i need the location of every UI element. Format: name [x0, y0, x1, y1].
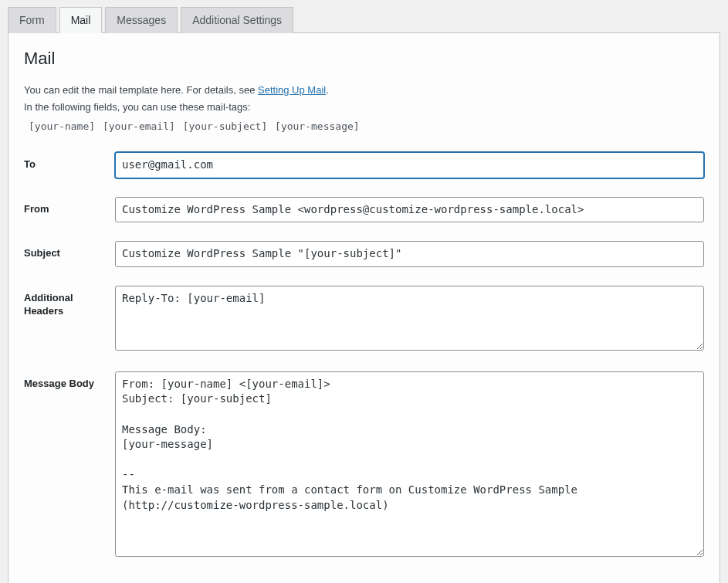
field-row-to: To: [24, 152, 704, 178]
label-message-body: Message Body: [24, 371, 115, 391]
field-row-subject: Subject: [24, 241, 704, 267]
panel-heading: Mail: [24, 49, 704, 69]
label-from: From: [24, 197, 115, 216]
additional-headers-textarea[interactable]: Reply-To: [your-email]: [115, 286, 704, 351]
field-row-from: From: [24, 197, 704, 223]
from-input[interactable]: [115, 197, 704, 223]
intro-prefix: You can edit the mail template here. For…: [24, 84, 258, 96]
tab-additional-settings[interactable]: Additional Settings: [181, 7, 293, 33]
intro-suffix: .: [326, 84, 329, 96]
tab-messages[interactable]: Messages: [105, 7, 178, 33]
intro-line-1: You can edit the mail template here. For…: [24, 83, 704, 98]
mail-config-tabs: Form Mail Messages Additional Settings: [0, 0, 728, 32]
field-row-message-body: Message Body From: [your-name] <[your-em…: [24, 371, 704, 559]
message-body-textarea[interactable]: From: [your-name] <[your-email]> Subject…: [115, 371, 704, 557]
mail-tags: [your-name] [your-email] [your-subject] …: [24, 116, 704, 137]
label-subject: Subject: [24, 241, 115, 260]
label-to: To: [24, 152, 115, 171]
mail-panel: Mail You can edit the mail template here…: [8, 32, 720, 583]
to-input[interactable]: [115, 152, 704, 178]
subject-input[interactable]: [115, 241, 704, 267]
tab-form[interactable]: Form: [8, 7, 56, 33]
label-additional-headers: Additional Headers: [24, 286, 115, 318]
tab-mail[interactable]: Mail: [59, 7, 103, 33]
setting-up-mail-link[interactable]: Setting Up Mail: [258, 84, 326, 96]
field-row-additional-headers: Additional Headers Reply-To: [your-email…: [24, 286, 704, 353]
intro-line-2: In the following fields, you can use the…: [24, 100, 704, 115]
